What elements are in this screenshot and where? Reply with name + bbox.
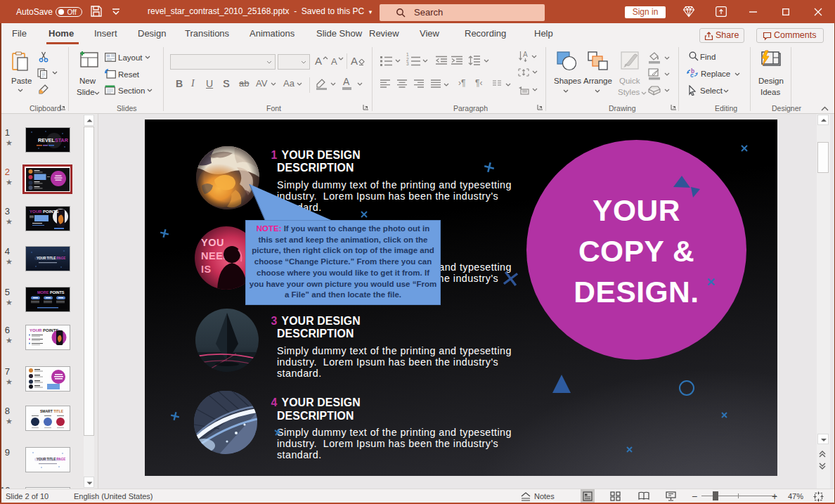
svg-text:IS: IS (201, 264, 212, 275)
svg-text:YOUR POINTS: YOUR POINTS (30, 328, 58, 332)
svg-text:REVELSTAR: REVELSTAR (38, 137, 69, 143)
svg-text:YOUR TITLE PAGE: YOUR TITLE PAGE (37, 458, 65, 461)
svg-text:YOUR POINTS: YOUR POINTS (30, 209, 58, 214)
svg-text:c: c (690, 72, 694, 78)
svg-text:MORE POINTS: MORE POINTS (37, 290, 65, 295)
svg-text:YOU: YOU (201, 237, 224, 248)
svg-text:A: A (523, 51, 528, 58)
svg-text:YOUR TITLE PAGE: YOUR TITLE PAGE (37, 257, 65, 260)
svg-text:SMART TITLE: SMART TITLE (40, 409, 64, 413)
